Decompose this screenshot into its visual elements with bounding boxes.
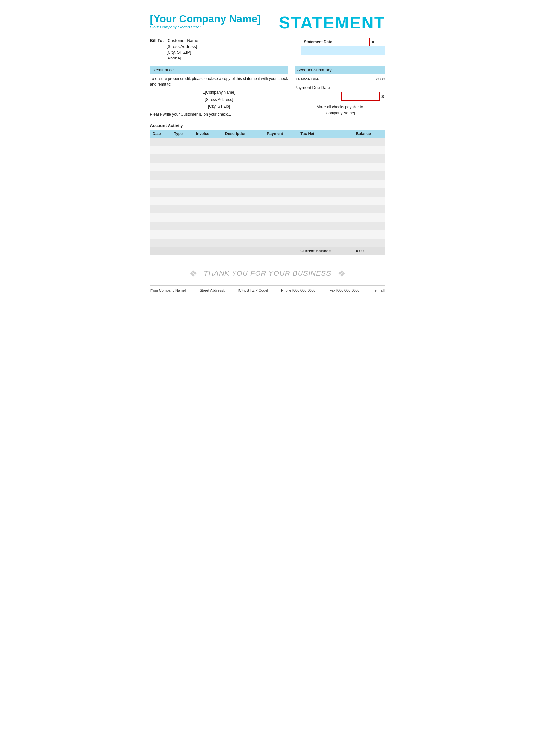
footer-phone: Phone [000-000-0000] xyxy=(281,288,316,292)
table-row xyxy=(150,163,385,171)
table-cell xyxy=(353,213,385,222)
bill-to-details: [Customer Name] [Stress Address] [City, … xyxy=(167,38,200,61)
balance-due-label: Balance Due xyxy=(295,77,319,81)
balance-due-row: Balance Due $0.00 xyxy=(295,76,385,82)
table-cell xyxy=(298,154,353,163)
table-cell xyxy=(353,171,385,180)
bottom-footer: [Your Company Name] [Street Address], [C… xyxy=(150,285,385,292)
table-cell xyxy=(223,238,264,247)
table-row xyxy=(150,138,385,146)
table-cell xyxy=(353,188,385,197)
table-cell xyxy=(298,146,353,154)
bill-to-phone: [Phone] xyxy=(167,56,200,61)
table-cell xyxy=(171,154,193,163)
remittance-text: To ensure proper credit, please enclose … xyxy=(150,76,288,87)
table-cell xyxy=(223,138,264,146)
table-cell xyxy=(150,230,171,238)
statement-date-header: Statement Date xyxy=(301,39,369,46)
table-cell xyxy=(298,188,353,197)
current-balance-label: Current Balance xyxy=(298,247,353,255)
payment-due-box[interactable] xyxy=(341,92,380,101)
account-summary-section: Account Summary Balance Due $0.00 Paymen… xyxy=(295,66,385,117)
table-cell xyxy=(223,213,264,222)
balance-due-value: $0.00 xyxy=(375,77,385,81)
table-cell xyxy=(193,138,223,146)
table-cell xyxy=(171,238,193,247)
table-cell xyxy=(193,205,223,213)
table-cell xyxy=(353,138,385,146)
col-date: Date xyxy=(150,130,171,138)
remittance-street: [Stress Address] xyxy=(150,96,288,103)
table-cell xyxy=(171,188,193,197)
remittance-note: Please write your Customer ID on your ch… xyxy=(150,112,288,117)
current-balance-value: 0.00 xyxy=(353,247,385,255)
table-cell xyxy=(223,154,264,163)
table-cell xyxy=(150,146,171,154)
table-cell xyxy=(150,138,171,146)
table-cell xyxy=(264,180,298,188)
table-cell xyxy=(193,230,223,238)
remittance-section: Remittance To ensure proper credit, plea… xyxy=(150,66,288,117)
checks-payable: Make all checks payable to [Company Name… xyxy=(295,104,385,116)
footer-empty xyxy=(150,247,298,255)
table-cell xyxy=(353,205,385,213)
table-cell xyxy=(223,171,264,180)
table-cell xyxy=(193,222,223,230)
table-cell xyxy=(298,205,353,213)
table-cell xyxy=(171,180,193,188)
col-balance: Balance xyxy=(353,130,385,138)
account-summary-header: Account Summary xyxy=(295,66,385,74)
col-type: Type xyxy=(171,130,193,138)
table-cell xyxy=(298,180,353,188)
table-cell xyxy=(223,205,264,213)
table-cell xyxy=(353,146,385,154)
table-cell xyxy=(223,222,264,230)
table-cell xyxy=(223,188,264,197)
company-slogan: [Your Company Slogan Here] xyxy=(150,25,224,30)
table-cell xyxy=(193,154,223,163)
table-row xyxy=(150,171,385,180)
bill-to-city: [City, ST ZIP] xyxy=(167,50,200,55)
table-cell xyxy=(150,154,171,163)
table-cell xyxy=(223,163,264,171)
table-cell xyxy=(264,146,298,154)
table-cell xyxy=(223,180,264,188)
table-cell xyxy=(193,197,223,205)
page: [Your Company Name] [Your Company Slogan… xyxy=(134,0,401,378)
table-row xyxy=(150,146,385,154)
statement-title: STATEMENT xyxy=(279,13,385,32)
table-cell xyxy=(193,180,223,188)
mid-section: Remittance To ensure proper credit, plea… xyxy=(150,66,385,117)
table-cell xyxy=(264,205,298,213)
table-cell xyxy=(193,188,223,197)
statement-hash-header: # xyxy=(369,39,385,46)
table-row xyxy=(150,154,385,163)
footer-email: [e-mail] xyxy=(373,288,385,292)
bill-to-customer: [Customer Name] xyxy=(167,38,200,43)
footer-fax: Fax [000-000-0000] xyxy=(329,288,360,292)
diamond-left-icon: ❖ xyxy=(189,268,197,279)
table-cell xyxy=(150,188,171,197)
table-cell xyxy=(193,238,223,247)
company-block: [Your Company Name] [Your Company Slogan… xyxy=(150,13,261,30)
activity-table: Date Type Invoice Description Payment Ta… xyxy=(150,130,385,255)
table-cell xyxy=(298,230,353,238)
table-cell xyxy=(150,238,171,247)
remittance-city: [City, ST Zip] xyxy=(150,103,288,110)
checks-payable-line2: [Company Name] xyxy=(295,110,385,116)
table-cell xyxy=(353,154,385,163)
table-cell xyxy=(171,205,193,213)
table-cell xyxy=(264,163,298,171)
statement-date-value[interactable] xyxy=(301,46,385,55)
table-cell xyxy=(150,205,171,213)
table-cell xyxy=(150,213,171,222)
table-cell xyxy=(171,222,193,230)
table-cell xyxy=(150,197,171,205)
table-cell xyxy=(264,188,298,197)
table-row xyxy=(150,205,385,213)
table-cell xyxy=(150,171,171,180)
bill-to-row: Bill To: [Customer Name] [Stress Address… xyxy=(150,38,200,61)
table-cell xyxy=(264,154,298,163)
footer-city-state-zip: [City, ST ZIP Code] xyxy=(238,288,268,292)
thank-you-text: THANK YOU FOR YOUR BUSINESS xyxy=(204,269,331,278)
